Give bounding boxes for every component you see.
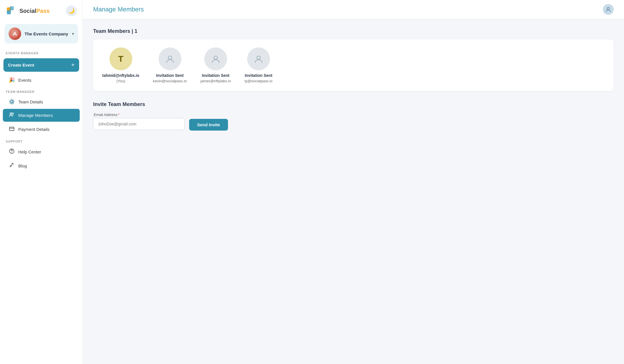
sidebar-item-blog[interactable]: Blog xyxy=(3,159,80,172)
page-title-light: Members xyxy=(118,6,144,13)
member-email-4: ty@socialpass.io xyxy=(245,79,273,83)
members-card: T tahmid@nftylabs.io (You) Invitation Se… xyxy=(93,39,614,91)
member-status-2: Invitation Sent xyxy=(156,73,183,78)
member-avatar-3 xyxy=(204,47,227,70)
team-members-section-title: Team Members | 1 xyxy=(93,28,614,34)
sidebar-item-team-details[interactable]: ⚙️ Team Details xyxy=(3,96,80,108)
page-title-bold: Manage xyxy=(93,6,116,13)
payment-icon xyxy=(9,126,15,133)
sidebar: SocialPass 🌙 The Events Company ▾ EVENTS… xyxy=(0,0,83,364)
svg-rect-3 xyxy=(10,6,14,10)
logo-social-text: Social xyxy=(19,8,36,14)
member-item-2: Invitation Sent kevin@socialpass.io xyxy=(153,47,187,83)
member-item-4: Invitation Sent ty@socialpass.io xyxy=(245,47,273,83)
member-email-3: james@nftylabs.io xyxy=(201,79,231,83)
blog-icon xyxy=(9,162,15,169)
invite-section-title: Invite Team Members xyxy=(93,101,614,107)
svg-point-12 xyxy=(168,56,172,59)
org-name: The Events Company xyxy=(25,31,69,36)
user-avatar-button[interactable] xyxy=(603,4,614,15)
logo-pass-text: Pass xyxy=(36,8,50,14)
create-event-button[interactable]: Create Event + xyxy=(3,58,79,72)
svg-rect-2 xyxy=(7,10,11,14)
member-name-1: tahmid@nftylabs.io xyxy=(102,73,139,78)
svg-rect-8 xyxy=(9,127,14,131)
member-item-3: Invitation Sent james@nftylabs.io xyxy=(201,47,231,83)
member-item-1: T tahmid@nftylabs.io (You) xyxy=(102,47,139,83)
sidebar-item-help-center[interactable]: Help Center xyxy=(3,145,80,158)
svg-point-7 xyxy=(12,113,14,114)
events-manager-section-label: EVENTS MANAGER xyxy=(0,48,83,57)
member-sub-1: (You) xyxy=(116,79,125,83)
member-avatar-4 xyxy=(247,47,270,70)
theme-toggle-button[interactable]: 🌙 xyxy=(66,5,77,16)
user-avatar-icon xyxy=(605,7,611,12)
content-area: Team Members | 1 T tahmid@nftylabs.io (Y… xyxy=(83,19,624,364)
manage-members-icon xyxy=(9,112,15,119)
org-chevron-icon: ▾ xyxy=(72,31,74,36)
socialpass-logo-icon xyxy=(6,5,17,17)
email-field-wrapper: Email Address* xyxy=(93,113,185,130)
logo: SocialPass xyxy=(6,5,50,17)
sidebar-item-events[interactable]: 🎉 Events xyxy=(3,74,80,86)
sidebar-item-payment-details[interactable]: Payment Details xyxy=(3,123,80,136)
email-input[interactable] xyxy=(93,118,185,130)
main-content: Manage Members Team Members | 1 T tahmid… xyxy=(83,0,624,364)
page-title: Manage Members xyxy=(93,6,144,13)
org-avatar xyxy=(9,27,21,40)
svg-point-6 xyxy=(10,113,12,115)
email-label: Email Address* xyxy=(93,113,185,117)
member-email-2: kevin@socialpass.io xyxy=(153,79,187,83)
help-icon xyxy=(9,148,15,155)
member-status-3: Invitation Sent xyxy=(202,73,229,78)
member-status-4: Invitation Sent xyxy=(245,73,272,78)
svg-point-10 xyxy=(11,152,12,153)
invite-form: Email Address* Send Invite xyxy=(93,113,614,131)
events-icon: 🎉 xyxy=(9,77,15,83)
team-manager-section-label: TEAM MANAGER xyxy=(0,87,83,95)
member-avatar-1: T xyxy=(109,47,132,70)
send-invite-button[interactable]: Send Invite xyxy=(189,119,228,131)
plus-icon: + xyxy=(71,62,75,68)
support-section-label: SUPPORT xyxy=(0,136,83,145)
required-asterisk: * xyxy=(118,113,119,117)
member-avatar-2 xyxy=(159,47,181,70)
org-selector[interactable]: The Events Company ▾ xyxy=(5,24,78,43)
svg-point-13 xyxy=(214,56,217,59)
svg-point-14 xyxy=(257,56,260,59)
team-details-icon: ⚙️ xyxy=(9,99,15,105)
sidebar-item-manage-members[interactable]: Manage Members xyxy=(3,109,80,122)
svg-point-11 xyxy=(607,7,609,10)
sidebar-header: SocialPass 🌙 xyxy=(0,0,83,22)
top-bar: Manage Members xyxy=(83,0,624,19)
svg-point-4 xyxy=(11,30,19,37)
org-logo-icon xyxy=(11,30,19,38)
